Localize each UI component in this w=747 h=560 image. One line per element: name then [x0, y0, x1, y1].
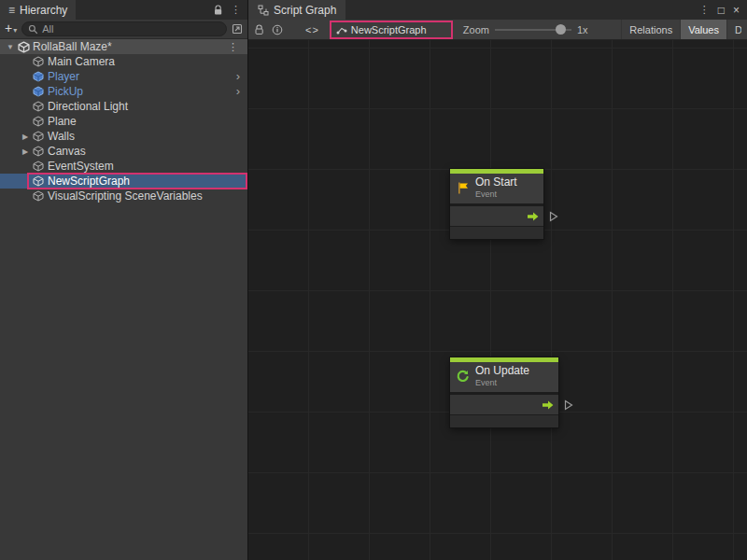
- graph-toolbar-toggles: Relations Values Di: [621, 20, 741, 39]
- connection-port-icon[interactable]: [549, 211, 558, 222]
- open-search-window-icon[interactable]: [232, 23, 243, 35]
- node-footer: [450, 227, 543, 239]
- tabstrip-spacer: [76, 0, 206, 20]
- dropdown-caret-icon: ▾: [13, 24, 17, 37]
- hierarchy-row-walls[interactable]: ▶ Walls: [0, 129, 247, 144]
- hierarchy-item-label: PickUp: [48, 85, 83, 98]
- graph-asset-icon: [336, 24, 347, 35]
- hierarchy-row-directional-light[interactable]: Directional Light: [0, 99, 247, 114]
- script-graph-panel: Script Graph ⋮ □ × <>: [248, 0, 747, 560]
- hierarchy-toolbar: + ▾ All: [0, 20, 247, 39]
- connection-port-icon[interactable]: [564, 399, 573, 411]
- hierarchy-search-input[interactable]: All: [21, 21, 227, 36]
- hierarchy-item-label: Main Camera: [48, 55, 115, 68]
- tabstrip-spacer: [345, 0, 691, 20]
- hierarchy-panel: ≡ Hierarchy ⋮ + ▾ All: [0, 0, 248, 560]
- foldout-open-icon[interactable]: ▼: [4, 43, 17, 51]
- hierarchy-item-label: VisualScripting SceneVariables: [48, 189, 203, 203]
- window-kebab-menu-icon[interactable]: ⋮: [699, 4, 710, 16]
- hierarchy-tree: ▼ RollaBall Maze* ⋮ Main Camera: [0, 39, 247, 203]
- hierarchy-tabstrip: ≡ Hierarchy ⋮: [0, 0, 247, 20]
- node-titles: On Update Event: [475, 365, 529, 388]
- node-title: On Start: [475, 176, 517, 188]
- control-output-port-icon[interactable]: [528, 212, 539, 221]
- hierarchy-row-eventsystem[interactable]: EventSystem: [0, 159, 247, 174]
- gameobject-icon: [32, 175, 45, 187]
- maximize-icon[interactable]: □: [718, 4, 725, 17]
- hierarchy-item-label: NewScriptGraph: [48, 175, 130, 188]
- search-filter-label: All: [42, 23, 53, 35]
- node-header[interactable]: On Update Event: [450, 362, 558, 395]
- hierarchy-row-canvas[interactable]: ▶ Canvas: [0, 144, 247, 159]
- foldout-closed-icon[interactable]: ▶: [19, 133, 32, 141]
- unity-editor-window: ≡ Hierarchy ⋮ + ▾ All: [0, 0, 747, 560]
- hierarchy-row-main-camera[interactable]: Main Camera: [0, 54, 247, 69]
- search-icon: [28, 24, 38, 35]
- prefab-icon: [32, 86, 45, 97]
- scene-name-label: RollaBall Maze*: [33, 40, 112, 53]
- hierarchy-tab-icons: ⋮: [206, 0, 247, 20]
- script-graph-icon: [258, 5, 269, 16]
- plus-icon: +: [5, 21, 12, 35]
- prefab-icon: [32, 71, 45, 82]
- hierarchy-item-label: Walls: [48, 130, 75, 143]
- gameobject-icon: [32, 131, 45, 142]
- node-footer: [450, 415, 558, 427]
- node-on-start[interactable]: On Start Event: [450, 169, 543, 239]
- zoom-slider[interactable]: [495, 23, 571, 36]
- zoom-slider-knob[interactable]: [556, 24, 566, 35]
- window-controls: ⋮ □ ×: [692, 0, 747, 20]
- hierarchy-item-label: Canvas: [48, 145, 86, 158]
- node-ports: [450, 395, 558, 415]
- lock-icon[interactable]: [213, 5, 223, 16]
- tab-hierarchy-label: Hierarchy: [20, 4, 67, 17]
- lock-icon[interactable]: [254, 24, 264, 35]
- hierarchy-item-label: Player: [48, 70, 79, 83]
- node-subtitle: Event: [475, 377, 529, 388]
- info-icon[interactable]: [272, 24, 283, 35]
- hierarchy-item-label: EventSystem: [48, 160, 114, 173]
- relations-toggle-button[interactable]: Relations: [621, 20, 680, 39]
- hierarchy-row-plane[interactable]: Plane: [0, 114, 247, 129]
- tab-hierarchy[interactable]: ≡ Hierarchy: [0, 0, 76, 20]
- scene-kebab-menu-icon[interactable]: ⋮: [228, 41, 247, 53]
- foldout-closed-icon[interactable]: ▶: [19, 147, 32, 156]
- hierarchy-kebab-menu-icon[interactable]: ⋮: [231, 4, 241, 16]
- zoom-value-label: 1x: [577, 24, 588, 35]
- hierarchy-row-scenevariables[interactable]: VisualScripting SceneVariables: [0, 189, 247, 203]
- control-output-port-icon[interactable]: [543, 400, 554, 410]
- code-view-toggle[interactable]: <>: [305, 24, 319, 35]
- node-subtitle: Event: [475, 189, 517, 200]
- tab-script-graph-label: Script Graph: [274, 4, 336, 17]
- window-menu-icon[interactable]: ≡: [8, 4, 15, 17]
- scene-row[interactable]: ▼ RollaBall Maze* ⋮: [0, 39, 247, 54]
- prefab-open-chevron-icon[interactable]: ›: [236, 72, 247, 81]
- zoom-label: Zoom: [463, 24, 489, 35]
- graph-toolbar: <> NewScriptGraph Zoom 1x Relations Valu…: [248, 20, 747, 40]
- graph-canvas[interactable]: On Start Event: [248, 40, 747, 560]
- gameobject-icon: [32, 146, 45, 157]
- loop-icon: [456, 370, 470, 384]
- hierarchy-row-pickup[interactable]: PickUp ›: [0, 84, 247, 99]
- node-title: On Update: [475, 365, 529, 376]
- node-on-update[interactable]: On Update Event: [450, 357, 558, 427]
- unity-scene-icon: [17, 41, 30, 53]
- create-object-button[interactable]: + ▾: [5, 21, 17, 37]
- gameobject-icon: [32, 116, 45, 127]
- hierarchy-row-player[interactable]: Player ›: [0, 69, 247, 84]
- hierarchy-item-label: Directional Light: [48, 100, 128, 113]
- hierarchy-item-label: Plane: [48, 115, 77, 128]
- close-icon[interactable]: ×: [733, 4, 740, 17]
- graph-asset-button[interactable]: NewScriptGraph: [331, 21, 452, 38]
- node-titles: On Start Event: [475, 176, 517, 200]
- hierarchy-row-newscriptgraph[interactable]: NewScriptGraph: [0, 174, 247, 189]
- graph-asset-name-label: NewScriptGraph: [351, 24, 427, 35]
- dim-toggle-button[interactable]: Di: [726, 20, 741, 39]
- tab-script-graph[interactable]: Script Graph: [248, 0, 345, 20]
- script-graph-tabstrip: Script Graph ⋮ □ ×: [248, 0, 747, 20]
- values-toggle-button[interactable]: Values: [680, 20, 726, 39]
- node-header[interactable]: On Start Event: [450, 174, 543, 206]
- prefab-open-chevron-icon[interactable]: ›: [236, 87, 247, 96]
- node-ports: [450, 206, 543, 227]
- gameobject-icon: [32, 56, 45, 67]
